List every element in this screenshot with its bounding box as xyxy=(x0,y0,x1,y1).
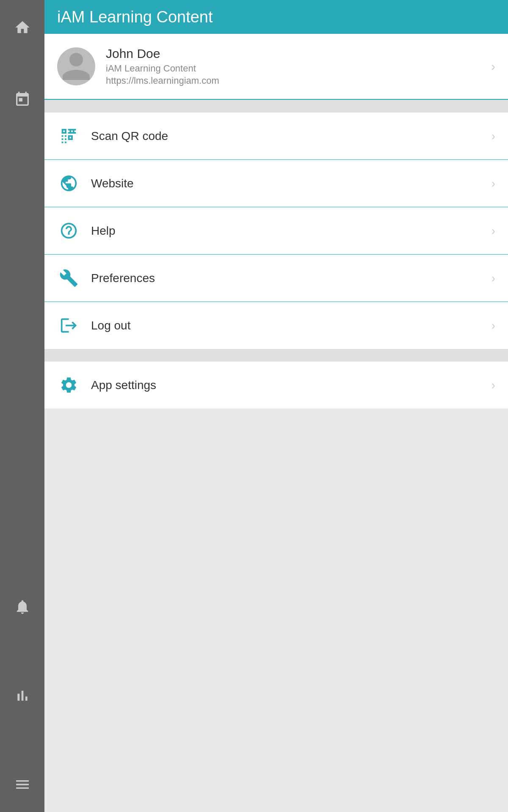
profile-org: iAM Learning Content xyxy=(106,63,485,74)
menu-item-logout[interactable]: Log out › xyxy=(44,302,508,349)
menu-list: Scan QR code › Website › Help › xyxy=(44,112,508,349)
app-title: iAM Learning Content xyxy=(57,8,213,26)
qr-icon xyxy=(57,124,80,148)
profile-section[interactable]: John Doe iAM Learning Content https://lm… xyxy=(44,34,508,100)
menu-item-preferences[interactable]: Preferences › xyxy=(44,255,508,302)
menu-label-preferences: Preferences xyxy=(91,272,491,285)
profile-info: John Doe iAM Learning Content https://lm… xyxy=(106,47,485,86)
sidebar-item-home[interactable] xyxy=(0,8,44,47)
section2: App settings › xyxy=(44,362,508,409)
menu-label-website: Website xyxy=(91,177,491,190)
globe-icon xyxy=(57,172,80,195)
menu-label-scan-qr: Scan QR code xyxy=(91,129,491,143)
profile-url: https://lms.learningiam.com xyxy=(106,75,485,86)
menu-label-app-settings: App settings xyxy=(91,379,491,392)
avatar xyxy=(57,47,95,85)
main-content: John Doe iAM Learning Content https://lm… xyxy=(44,34,508,812)
logout-chevron: › xyxy=(491,319,495,332)
sidebar-item-calendar[interactable] xyxy=(0,80,44,118)
preferences-chevron: › xyxy=(491,272,495,285)
menu-item-scan-qr[interactable]: Scan QR code › xyxy=(44,112,508,160)
website-chevron: › xyxy=(491,177,495,190)
sidebar-item-stats[interactable] xyxy=(0,677,44,715)
app-header: iAM Learning Content xyxy=(44,0,508,34)
logout-icon xyxy=(57,314,80,337)
menu-item-website[interactable]: Website › xyxy=(44,160,508,207)
profile-chevron: › xyxy=(491,59,495,74)
sidebar xyxy=(0,0,44,812)
sidebar-item-notifications[interactable] xyxy=(0,588,44,626)
help-chevron: › xyxy=(491,224,495,238)
help-icon xyxy=(57,219,80,242)
sidebar-item-menu[interactable] xyxy=(0,765,44,804)
scan-qr-chevron: › xyxy=(491,129,495,143)
menu-item-help[interactable]: Help › xyxy=(44,207,508,255)
section-divider-1 xyxy=(44,100,508,112)
app-settings-chevron: › xyxy=(491,379,495,392)
menu-label-logout: Log out xyxy=(91,319,491,332)
menu-item-app-settings[interactable]: App settings › xyxy=(44,362,508,409)
profile-name: John Doe xyxy=(106,47,485,61)
wrench-icon xyxy=(57,266,80,290)
section-divider-2 xyxy=(44,349,508,362)
settings-icon xyxy=(57,373,80,397)
menu-label-help: Help xyxy=(91,224,491,238)
